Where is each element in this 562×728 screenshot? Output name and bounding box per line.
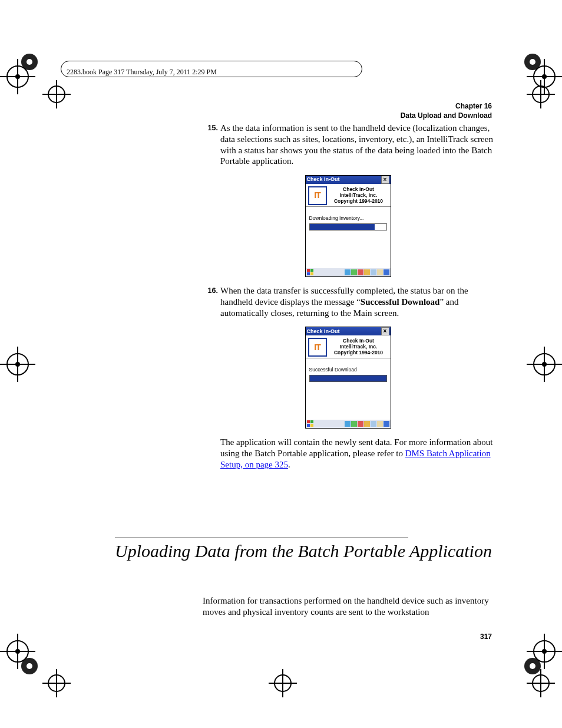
device-title: Check In-Out	[307, 328, 340, 335]
status-text-success: Successful Download	[309, 367, 387, 373]
svg-point-0	[21, 54, 38, 70]
page-number: 317	[480, 633, 492, 641]
svg-point-7	[15, 74, 20, 79]
intellitrack-logo-icon: IT	[308, 186, 327, 205]
svg-point-41	[533, 675, 549, 691]
tray-icon[interactable]	[345, 421, 351, 427]
tray-icon[interactable]	[377, 269, 383, 275]
chapter-header: Chapter 16 Data Upload and Download	[401, 102, 492, 120]
device-screenshot-downloading: Check In-Out × IT Check In-Out IntelliTr…	[305, 175, 391, 277]
tray-icon[interactable]	[377, 421, 383, 427]
tray-icon[interactable]	[358, 269, 363, 275]
start-icon[interactable]	[307, 420, 314, 427]
register-mark-bottom-right-inner	[523, 666, 558, 701]
section-title: Uploading Data from the Batch Portable A…	[115, 541, 492, 562]
list-text: As the data information is sent to the h…	[218, 123, 493, 167]
progress-bar	[309, 223, 387, 230]
device-banner-text: Check In-Out IntelliTrack, Inc. Copyrigh…	[327, 186, 388, 205]
svg-rect-51	[307, 420, 310, 423]
crop-mark-top-right	[515, 44, 550, 80]
svg-point-1	[27, 59, 32, 65]
svg-point-28	[524, 658, 541, 674]
svg-point-21	[15, 362, 20, 367]
tray-icon[interactable]	[358, 421, 363, 427]
svg-point-37	[542, 649, 547, 654]
register-mark-top-right-inner	[523, 77, 558, 112]
svg-point-8	[534, 66, 555, 87]
register-mark-top-left	[0, 59, 35, 94]
svg-point-18	[7, 354, 28, 375]
status-text-downloading: Downloading Inventory...	[309, 215, 387, 222]
progress-fill	[310, 375, 386, 381]
intellitrack-logo-icon: IT	[308, 338, 327, 357]
crop-mark-top-left	[12, 44, 47, 80]
text-fragment: .	[288, 460, 290, 469]
svg-point-4	[7, 66, 28, 87]
tray-icon[interactable]	[371, 421, 376, 427]
progress-bar	[309, 375, 387, 382]
banner-line: Copyright 1994-2010	[329, 199, 388, 205]
svg-point-3	[530, 59, 535, 65]
device-banner: IT Check In-Out IntelliTrack, Inc. Copyr…	[306, 184, 391, 207]
section-rule	[115, 538, 408, 538]
svg-point-44	[275, 675, 291, 691]
close-icon[interactable]: ×	[381, 176, 389, 184]
svg-point-12	[48, 86, 65, 103]
svg-point-2	[524, 54, 541, 70]
svg-point-15	[533, 86, 549, 103]
device-title: Check In-Out	[307, 176, 340, 183]
close-icon[interactable]: ×	[381, 327, 389, 335]
register-mark-bottom-left-inner	[39, 666, 74, 701]
text-bold-fragment: Successful Download	[361, 297, 440, 307]
crop-mark-bottom-right	[515, 648, 550, 684]
svg-rect-49	[307, 272, 310, 275]
device-screenshot-success: Check In-Out × IT Check In-Out IntelliTr…	[305, 327, 391, 429]
svg-point-29	[530, 663, 535, 669]
register-mark-bottom-center	[265, 666, 300, 701]
svg-point-38	[48, 675, 65, 691]
svg-rect-48	[310, 269, 313, 272]
svg-point-11	[542, 74, 547, 79]
register-mark-bottom-left	[0, 634, 35, 669]
svg-rect-53	[307, 424, 310, 427]
svg-point-27	[27, 663, 32, 669]
device-taskbar	[306, 268, 391, 276]
tray-icon[interactable]	[351, 421, 357, 427]
tray-icon[interactable]	[371, 269, 376, 275]
svg-point-30	[7, 641, 28, 662]
tray-icon[interactable]	[384, 269, 389, 275]
device-banner-text: Check In-Out IntelliTrack, Inc. Copyrigh…	[327, 338, 388, 357]
register-mark-mid-left	[0, 347, 35, 382]
tray-icons	[345, 269, 389, 275]
svg-point-25	[542, 362, 547, 367]
list-item-15: 15. As the data information is sent to t…	[203, 123, 493, 167]
register-mark-top-right	[527, 59, 562, 94]
svg-rect-47	[307, 269, 310, 272]
svg-point-34	[534, 641, 555, 662]
tray-icon[interactable]	[364, 421, 370, 427]
device-taskbar	[306, 420, 391, 428]
follow-paragraph: The application will contain the newly s…	[203, 437, 493, 470]
start-icon[interactable]	[307, 269, 314, 276]
svg-rect-50	[310, 272, 313, 275]
chapter-title: Data Upload and Download	[401, 111, 492, 121]
list-text: When the data transfer is successfully c…	[218, 285, 493, 318]
svg-rect-54	[310, 424, 313, 427]
svg-point-33	[15, 649, 20, 654]
chapter-label: Chapter 16	[401, 102, 492, 111]
tray-icons	[345, 421, 389, 427]
device-banner: IT Check In-Out IntelliTrack, Inc. Copyr…	[306, 335, 391, 358]
tray-icon[interactable]	[351, 269, 357, 275]
register-mark-mid-right	[527, 347, 562, 382]
book-header-line: 2283.book Page 317 Thursday, July 7, 201…	[67, 68, 217, 77]
register-mark-bottom-right	[527, 634, 562, 669]
list-number: 15.	[203, 123, 218, 167]
tray-icon[interactable]	[364, 269, 370, 275]
section-paragraph: Information for transactions performed o…	[203, 595, 493, 618]
device-titlebar: Check In-Out ×	[306, 327, 391, 335]
tray-icon[interactable]	[345, 269, 351, 275]
list-number: 16.	[203, 285, 218, 318]
crop-mark-bottom-left	[12, 648, 47, 684]
tray-icon[interactable]	[384, 421, 389, 427]
device-titlebar: Check In-Out ×	[306, 176, 391, 184]
